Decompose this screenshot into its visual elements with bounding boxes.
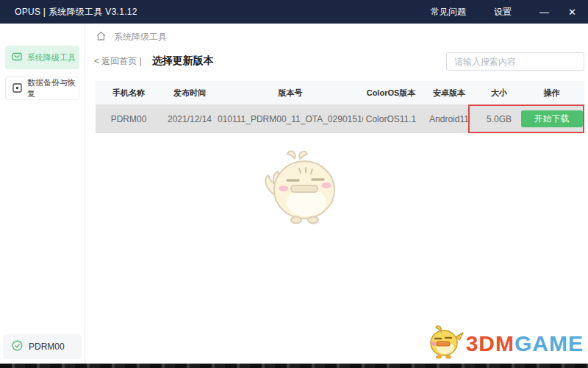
3dm-chick-logo-icon xyxy=(426,325,465,362)
breadcrumb: 系统降级工具 xyxy=(85,24,588,43)
page-title: 选择更新版本 xyxy=(152,54,214,68)
home-icon[interactable] xyxy=(96,31,107,43)
app-title: OPUS | 系统降级工具 V3.1.12 xyxy=(15,6,137,18)
mail-icon xyxy=(12,52,22,63)
cell-release-date: 2021/12/14 xyxy=(162,114,218,124)
cell-version-number: 010111_PDRM00_11_OTA_02901510_all_Xhzprp… xyxy=(218,114,363,124)
version-table: 手机名称 发布时间 版本号 ColorOS版本 安卓版本 大小 操作 PDRM0… xyxy=(96,81,584,133)
back-to-home-link[interactable]: < 返回首页 | xyxy=(94,55,142,68)
col-header-action: 操作 xyxy=(519,88,584,99)
search-input[interactable] xyxy=(446,52,584,71)
brand-text-3dm: 3DM xyxy=(466,331,514,355)
table-header-row: 手机名称 发布时间 版本号 ColorOS版本 安卓版本 大小 操作 xyxy=(96,81,584,105)
col-header-size: 大小 xyxy=(479,88,519,99)
sidebar-item-label: 系统降级工具 xyxy=(27,52,76,63)
sidebar: 系统降级工具 数据备份与恢复 PDRM00 xyxy=(0,24,85,364)
sidebar-item-downgrade-tool[interactable]: 系统降级工具 xyxy=(5,46,79,69)
col-header-android: 安卓版本 xyxy=(419,88,479,99)
brand-text-game: GAME xyxy=(514,331,584,355)
device-name: PDRM00 xyxy=(29,342,65,352)
cell-android-version: Android11 xyxy=(419,114,479,124)
close-button[interactable]: ✕ xyxy=(568,7,576,17)
cell-size: 5.0GB xyxy=(479,114,519,124)
col-header-phone: 手机名称 xyxy=(96,88,162,99)
bottom-watermark-strip xyxy=(0,364,588,368)
col-header-version: 版本号 xyxy=(218,88,363,99)
breadcrumb-label: 系统降级工具 xyxy=(114,31,167,43)
sidebar-item-backup-restore[interactable]: 数据备份与恢复 xyxy=(5,77,79,100)
table-row[interactable]: PDRM00 2021/12/14 010111_PDRM00_11_OTA_0… xyxy=(96,105,584,133)
col-header-coloros: ColorOS版本 xyxy=(363,88,419,99)
main-content: 系统降级工具 < 返回首页 | 选择更新版本 手机名称 发布时间 版本号 Col… xyxy=(85,24,588,364)
start-download-button[interactable]: 开始下载 xyxy=(521,110,583,127)
cell-coloros-version: ColorOS11.1 xyxy=(363,114,419,124)
mascot-chick-image xyxy=(257,149,347,226)
title-bar: OPUS | 系统降级工具 V3.1.12 常见问题 设置 — ✕ xyxy=(0,0,588,24)
settings-menu-item[interactable]: 设置 xyxy=(494,6,512,18)
3dmgame-watermark: 3DMGAME xyxy=(426,325,584,362)
sidebar-item-label: 数据备份与恢复 xyxy=(27,77,79,99)
check-circle-icon xyxy=(12,340,23,353)
cell-phone-name: PDRM00 xyxy=(96,114,162,124)
col-header-date: 发布时间 xyxy=(162,88,218,99)
faq-menu-item[interactable]: 常见问题 xyxy=(431,6,466,18)
backup-disk-icon xyxy=(12,83,22,94)
minimize-button[interactable]: — xyxy=(539,7,549,17)
connected-device-card: PDRM00 xyxy=(3,334,82,359)
